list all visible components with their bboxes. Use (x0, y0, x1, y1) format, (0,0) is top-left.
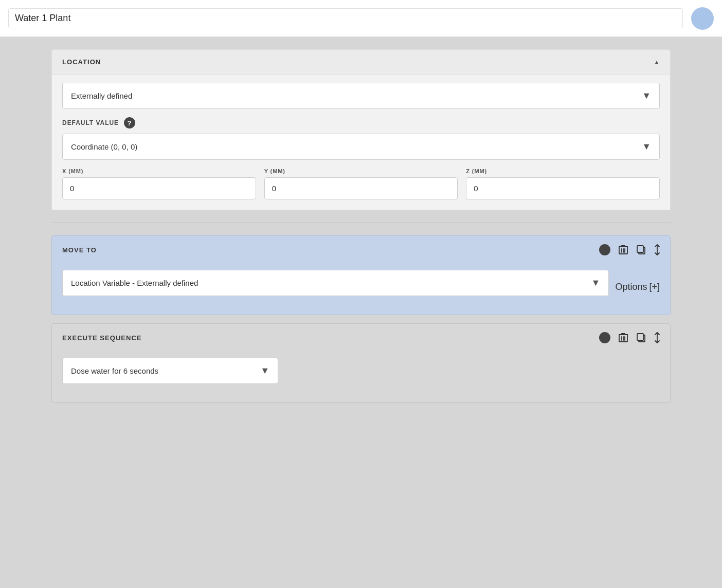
default-value-dropdown-arrow: ▼ (642, 141, 651, 152)
move-to-actions: ? (599, 244, 660, 255)
y-field: Y (MM) (264, 168, 458, 199)
options-plus-icon: [+] (649, 282, 660, 292)
location-header: LOCATION ▲ (52, 50, 670, 74)
section-divider (51, 223, 671, 223)
execute-seq-delete-icon[interactable] (619, 333, 628, 343)
z-label: Z (MM) (466, 168, 660, 174)
move-to-card: MOVE TO ? (51, 235, 671, 315)
x-label: X (MM) (62, 168, 256, 174)
execute-sequence-header: EXECUTE SEQUENCE ? (52, 324, 670, 352)
z-field: Z (MM) (466, 168, 660, 199)
location-dropdown-value: Externally defined (71, 91, 132, 100)
move-to-location-dropdown-display[interactable]: Location Variable - Externally defined ▼ (63, 270, 608, 296)
default-value-dropdown-value: Coordinate (0, 0, 0) (71, 142, 137, 151)
x-input[interactable] (62, 177, 256, 199)
x-field: X (MM) (62, 168, 256, 199)
execute-sequence-value: Dose water for 6 seconds (71, 366, 158, 375)
z-input[interactable] (466, 177, 660, 199)
collapse-icon[interactable]: ▲ (654, 59, 660, 66)
execute-sequence-arrow: ▼ (260, 365, 269, 376)
location-dropdown-arrow: ▼ (642, 90, 651, 101)
move-to-location-arrow: ▼ (591, 278, 601, 288)
execute-seq-reorder-icon[interactable] (655, 332, 660, 343)
options-button-label: Options (615, 282, 647, 292)
default-value-dropdown-display[interactable]: Coordinate (0, 0, 0) ▼ (63, 134, 659, 159)
location-dropdown-display[interactable]: Externally defined ▼ (63, 83, 659, 108)
location-section-title: LOCATION (62, 58, 101, 66)
status-circle (691, 7, 714, 30)
svg-rect-5 (637, 334, 643, 340)
move-to-reorder-icon[interactable] (655, 244, 660, 255)
task-title-input[interactable] (8, 8, 683, 28)
execute-seq-copy-icon[interactable] (636, 333, 646, 343)
execute-sequence-card: EXECUTE SEQUENCE ? (51, 323, 671, 403)
main-content: LOCATION ▲ Externally defined ▼ DEFAULT … (0, 37, 722, 424)
location-card: LOCATION ▲ Externally defined ▼ DEFAULT … (51, 49, 671, 210)
default-value-section: DEFAULT VALUE ? (62, 117, 660, 128)
location-dropdown[interactable]: Externally defined ▼ (62, 83, 660, 109)
move-to-location-dropdown[interactable]: Location Variable - Externally defined ▼ (62, 270, 609, 296)
move-to-location-value: Location Variable - Externally defined (71, 279, 198, 287)
move-to-body: Location Variable - Externally defined ▼… (52, 264, 670, 315)
options-button[interactable]: Options [+] (615, 282, 660, 292)
header (0, 0, 722, 37)
move-to-help-icon[interactable]: ? (599, 244, 610, 255)
move-to-delete-icon[interactable] (619, 245, 628, 255)
default-value-help-icon[interactable]: ? (124, 117, 135, 128)
move-to-row: Location Variable - Externally defined ▼… (62, 270, 660, 304)
execute-sequence-actions: ? (599, 332, 660, 343)
coord-grid: X (MM) Y (MM) Z (MM) (62, 168, 660, 199)
move-to-header: MOVE TO ? (52, 236, 670, 264)
y-label: Y (MM) (264, 168, 458, 174)
execute-sequence-dropdown-display[interactable]: Dose water for 6 seconds ▼ (63, 358, 278, 383)
default-value-label: DEFAULT VALUE (62, 119, 119, 126)
execute-sequence-title: EXECUTE SEQUENCE (62, 334, 142, 342)
execute-sequence-body: Dose water for 6 seconds ▼ (52, 352, 670, 402)
move-to-copy-icon[interactable] (636, 245, 646, 255)
move-to-title: MOVE TO (62, 246, 97, 254)
location-body: Externally defined ▼ DEFAULT VALUE ? Coo… (52, 74, 670, 210)
execute-sequence-dropdown[interactable]: Dose water for 6 seconds ▼ (62, 358, 278, 384)
svg-rect-2 (637, 246, 643, 252)
y-input[interactable] (264, 177, 458, 199)
execute-seq-help-icon[interactable]: ? (599, 332, 610, 343)
default-value-dropdown[interactable]: Coordinate (0, 0, 0) ▼ (62, 134, 660, 160)
